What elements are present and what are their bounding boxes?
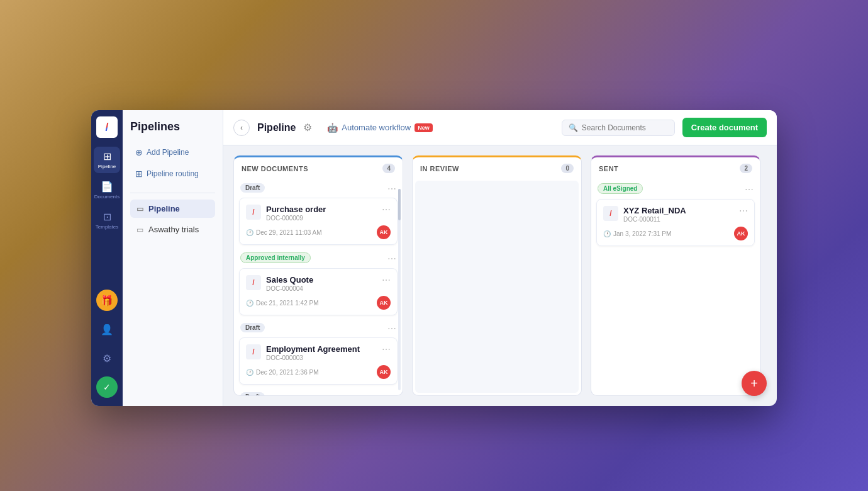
logo-slash: / <box>105 121 108 134</box>
card-more-icon-sales-quote[interactable]: ⋯ <box>382 275 391 285</box>
card-date-employment-agreement: 🕐 Dec 20, 2021 2:36 PM <box>246 369 319 376</box>
doc-icon-purchase-order: / <box>246 205 261 220</box>
clock-icon-xyz-retail-nda: 🕐 <box>603 230 611 237</box>
pipeline-nav-pipeline[interactable]: ▭ Pipeline <box>130 200 215 218</box>
section-label-draft-1: Draft <box>240 183 265 193</box>
section-more-icon-sent[interactable]: ⋯ <box>745 184 754 195</box>
create-document-button[interactable]: Create document <box>682 118 767 137</box>
settings-button[interactable]: ⚙ <box>96 347 118 369</box>
doc-card-purchase-order[interactable]: / Purchase order DOC-000009 ⋯ <box>239 198 398 245</box>
sidebar-narrow: / ⊞ Pipeline 📄 Documents ⊡ Templates 🎁 👤… <box>91 110 123 406</box>
sidebar-item-templates[interactable]: ⊡ Templates <box>94 207 120 234</box>
back-button[interactable]: ‹ <box>233 120 250 136</box>
add-user-button[interactable]: 👤 <box>96 319 118 340</box>
section-more-icon-3[interactable]: ⋯ <box>387 324 396 334</box>
clock-icon-purchase-order: 🕐 <box>246 229 253 236</box>
templates-icon: ⊡ <box>103 211 111 223</box>
section-label-draft-2: Draft <box>240 323 265 332</box>
card-doc-info-xyz-retail-nda: XYZ Retail_NDA DOC-000011 <box>623 206 686 223</box>
section-header-draft-1: Draft ⋯ <box>239 181 398 195</box>
avatar-sales-quote: AK <box>377 296 391 310</box>
section-header-draft-2: Draft ⋯ <box>239 320 398 335</box>
pipeline-nav-pipeline-icon: ▭ <box>136 205 143 213</box>
left-panel-title: Pipelines <box>130 120 215 133</box>
documents-icon: 📄 <box>101 181 113 193</box>
avatar-purchase-order: AK <box>377 225 391 239</box>
section-header-approved: Approved internally ⋯ <box>239 250 398 266</box>
card-header-left-xyz-retail-nda: / XYZ Retail_NDA DOC-000011 <box>603 206 686 223</box>
section-label-draft-3: Draft <box>240 392 265 395</box>
section-label-approved: Approved internally <box>240 252 311 263</box>
card-more-icon-xyz-retail-nda[interactable]: ⋯ <box>739 206 748 216</box>
section-label-all-esigned: All eSigned <box>598 183 643 194</box>
gift-icon: 🎁 <box>101 295 113 307</box>
card-header-purchase-order: / Purchase order DOC-000009 ⋯ <box>246 205 391 222</box>
card-header-xyz-retail-nda: / XYZ Retail_NDA DOC-000011 ⋯ <box>603 206 748 223</box>
top-bar-title: Pipeline <box>257 122 296 133</box>
automate-icon: 🤖 <box>327 123 338 133</box>
doc-icon-employment-agreement: / <box>246 344 261 359</box>
check-icon: ✓ <box>103 382 111 392</box>
search-input[interactable] <box>582 123 664 132</box>
card-section-all-esigned: All eSigned ⋯ / XYZ Retail_NDA DOC-00001… <box>596 181 755 246</box>
avatar-employment-agreement: AK <box>377 365 391 379</box>
doc-icon-xyz-retail-nda: / <box>603 206 618 221</box>
pipeline-routing-action[interactable]: ⊞ Pipeline routing <box>130 165 215 183</box>
section-more-icon-2[interactable]: ⋯ <box>387 254 396 264</box>
settings-icon: ⚙ <box>103 353 111 364</box>
clock-icon-employment-agreement: 🕐 <box>246 369 253 376</box>
gift-button[interactable]: 🎁 <box>96 290 118 311</box>
kanban-header-in-review: IN REVIEW 0 <box>413 157 581 178</box>
kanban-cards-new-documents: Draft ⋯ / Purchase order DOC-000009 <box>234 178 403 395</box>
card-footer-sales-quote: 🕐 Dec 21, 2021 1:42 PM AK <box>246 296 391 310</box>
doc-card-xyz-retail-nda[interactable]: / XYZ Retail_NDA DOC-000011 ⋯ <box>596 199 755 246</box>
automate-workflow-button[interactable]: 🤖 Automate workflow New <box>320 120 440 136</box>
card-doc-info-employment-agreement: Employment Agreement DOC-000003 <box>266 344 360 361</box>
card-doc-info-sales-quote: Sales Quote DOC-000004 <box>266 275 313 292</box>
card-section-draft-3: Draft ⋯ <box>239 390 398 395</box>
doc-icon-sales-quote: / <box>246 275 261 290</box>
kanban-header-new-documents: NEW DOCUMENTS 4 <box>234 157 403 178</box>
sidebar-item-documents[interactable]: 📄 Documents <box>94 177 120 203</box>
card-footer-xyz-retail-nda: 🕐 Jan 3, 2022 7:31 PM AK <box>603 227 748 240</box>
scrollbar-thumb <box>398 189 401 220</box>
card-header-sales-quote: / Sales Quote DOC-000004 ⋯ <box>246 275 391 292</box>
card-header-left-purchase-order: / Purchase order DOC-000009 <box>246 205 326 222</box>
pipeline-icon: ⊞ <box>103 150 111 162</box>
card-section-approved: Approved internally ⋯ / Sales Quote DOC-… <box>239 250 398 315</box>
clock-icon-sales-quote: 🕐 <box>246 300 253 307</box>
pipeline-nav-aswathy[interactable]: ▭ Aswathy trials <box>130 220 215 239</box>
card-doc-info-purchase-order: Purchase order DOC-000009 <box>266 205 326 222</box>
app-logo[interactable]: / <box>96 116 118 138</box>
card-section-draft-2: Draft ⋯ / Employment Agreement DOC-00000… <box>239 320 398 385</box>
kanban-column-new-documents: NEW DOCUMENTS 4 Draft ⋯ / <box>233 155 403 396</box>
top-bar: ‹ Pipeline ⚙ 🤖 Automate workflow New 🔍 C… <box>223 110 777 145</box>
card-header-left-sales-quote: / Sales Quote DOC-000004 <box>246 275 313 292</box>
card-more-icon-employment-agreement[interactable]: ⋯ <box>382 344 391 354</box>
divider <box>130 193 215 193</box>
section-more-icon-1[interactable]: ⋯ <box>387 184 396 194</box>
section-more-icon-4[interactable]: ⋯ <box>387 393 396 396</box>
doc-card-sales-quote[interactable]: / Sales Quote DOC-000004 ⋯ <box>239 268 398 315</box>
add-pipeline-action[interactable]: ⊕ Add Pipeline <box>130 144 215 161</box>
doc-card-employment-agreement[interactable]: / Employment Agreement DOC-000003 ⋯ <box>239 337 398 385</box>
app-window: / ⊞ Pipeline 📄 Documents ⊡ Templates 🎁 👤… <box>91 110 777 406</box>
search-box[interactable]: 🔍 <box>562 120 675 136</box>
card-footer-purchase-order: 🕐 Dec 29, 2021 11:03 AM AK <box>246 225 391 239</box>
kanban-area: NEW DOCUMENTS 4 Draft ⋯ / <box>223 145 777 406</box>
card-header-left-employment-agreement: / Employment Agreement DOC-000003 <box>246 344 360 361</box>
avatar-xyz-retail-nda: AK <box>734 227 748 240</box>
add-pipeline-icon: ⊕ <box>135 147 143 157</box>
card-date-xyz-retail-nda: 🕐 Jan 3, 2022 7:31 PM <box>603 230 671 237</box>
pipeline-nav-aswathy-icon: ▭ <box>136 225 143 234</box>
top-bar-settings-icon[interactable]: ⚙ <box>303 121 312 133</box>
pipeline-routing-icon: ⊞ <box>135 169 143 179</box>
card-more-icon-purchase-order[interactable]: ⋯ <box>382 205 391 215</box>
sidebar-item-pipeline[interactable]: ⊞ Pipeline <box>94 147 120 173</box>
card-date-sales-quote: 🕐 Dec 21, 2021 1:42 PM <box>246 300 319 307</box>
kanban-column-in-review: IN REVIEW 0 <box>412 155 582 396</box>
search-icon: 🔍 <box>569 123 578 132</box>
card-footer-employment-agreement: 🕐 Dec 20, 2021 2:36 PM AK <box>246 365 391 379</box>
check-button[interactable]: ✓ <box>96 376 118 398</box>
in-review-empty <box>415 181 579 393</box>
